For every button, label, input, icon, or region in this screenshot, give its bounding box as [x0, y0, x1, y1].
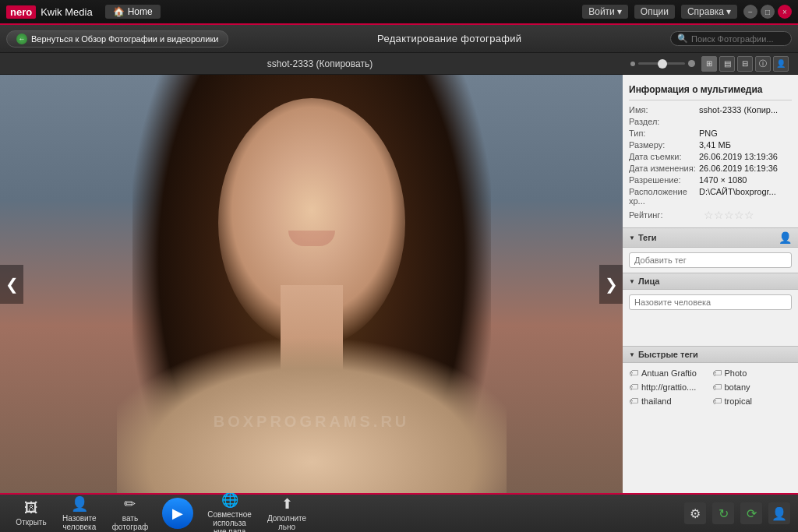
info-modify-label: Дата изменения: [629, 164, 699, 173]
bottom-right-controls: ⚙ ↻ ⟳ 👤 [684, 502, 790, 524]
faces-section-content [623, 290, 798, 315]
tag-label: http://grattio.... [641, 382, 696, 392]
share-button[interactable]: 🌐 Совместное использа ние папа [200, 488, 260, 533]
chevron-down-icon: ▾ [617, 6, 622, 17]
open-button[interactable]: 🖼 Открыть [8, 497, 55, 530]
quick-tags-list: 🏷 Antuan Graftio 🏷 Photo 🏷 http://gratti… [623, 363, 798, 411]
title-bar: nero Kwik Media 🏠 Home Войти ▾ Опции Спр… [0, 0, 798, 25]
photo-area: ❮ BOXPROGRAMS.RU ❯ [0, 75, 623, 493]
tags-section-header: ▼ Теги 👤 [623, 227, 798, 248]
quick-tag-item[interactable]: 🏷 Antuan Graftio [629, 368, 709, 379]
rating-stars[interactable]: ☆☆☆☆☆ [704, 209, 754, 221]
help-menu[interactable]: Справка ▾ [681, 5, 737, 19]
sub-toolbar: sshot-2333 (Копировать) ⊞ ▤ ⊟ ⓘ 👤 [0, 53, 798, 75]
zoom-thumb[interactable] [658, 59, 667, 69]
info-name-value: sshot-2333 (Копир... [699, 105, 792, 115]
tags-input[interactable] [629, 252, 792, 268]
info-section-value [699, 117, 792, 126]
faces-arrow-icon: ▼ [629, 278, 635, 285]
tags-arrow-icon: ▼ [629, 234, 635, 241]
zoom-slider[interactable] [630, 60, 695, 67]
view-info-button[interactable]: ⓘ [755, 56, 771, 72]
info-row-shoot: Дата съемки: 26.06.2019 13:19:36 [629, 152, 792, 161]
title-nav: 🏠 Home [105, 5, 161, 19]
toolbar: ← Вернуться к Обзор Фотографии и видеоро… [0, 25, 798, 53]
sync-button[interactable]: ⟳ [740, 502, 762, 524]
info-modify-value: 26.06.2019 16:19:36 [699, 164, 792, 173]
enhance-button[interactable]: ⬆ Дополните льно [260, 492, 314, 532]
view-grid-button[interactable]: ⊞ [701, 56, 717, 72]
login-menu[interactable]: Войти ▾ [582, 5, 628, 19]
name-person-button[interactable]: 👤 Назовите человека [55, 492, 104, 532]
info-type-label: Тип: [629, 129, 699, 138]
search-input[interactable] [691, 34, 785, 44]
info-type-value: PNG [699, 129, 792, 138]
faces-section-header: ▼ Лица [623, 273, 798, 290]
tag-icon: 🏷 [629, 368, 638, 379]
nero-logo: nero [6, 5, 36, 19]
tag-label: botany [725, 382, 750, 392]
title-controls: Войти ▾ Опции Справка ▾ [582, 5, 737, 19]
main-content: ❮ BOXPROGRAMS.RU ❯ Информация о мультиме… [0, 75, 798, 493]
chevron-down-icon: ▾ [726, 6, 731, 17]
play-button[interactable]: ▶ [162, 498, 193, 529]
tag-label: Antuan Graftio [641, 368, 697, 378]
quick-tag-item[interactable]: 🏷 thailand [629, 396, 709, 407]
photo-icon: ✏ [124, 495, 136, 513]
window-controls: − □ × [743, 5, 792, 19]
faces-input[interactable] [629, 294, 792, 310]
home-button[interactable]: 🏠 Home [105, 5, 161, 19]
view-list-button[interactable]: ▤ [719, 56, 735, 72]
zoom-max-icon [688, 60, 695, 67]
info-location-value: D:\САЙТ\boxprogr... [699, 187, 792, 206]
info-row-type: Тип: PNG [629, 129, 792, 138]
quick-tag-item[interactable]: 🏷 Photo [712, 368, 793, 379]
rating-label: Рейтинг: [629, 210, 699, 220]
refresh-button[interactable]: ↻ [712, 502, 734, 524]
info-row-size: Размеру: 3,41 МБ [629, 140, 792, 150]
info-shoot-value: 26.06.2019 13:19:36 [699, 152, 792, 161]
photo-shoulders [117, 337, 507, 493]
app-logo: nero Kwik Media [6, 5, 93, 19]
tags-title: Теги [638, 233, 657, 242]
search-box[interactable]: 🔍 [670, 31, 792, 46]
info-name-label: Имя: [629, 105, 699, 115]
close-button[interactable]: × [778, 5, 792, 19]
info-section-label: Раздел: [629, 117, 699, 126]
tag-label: Photo [725, 368, 747, 378]
bottom-toolbar: 🖼 Открыть 👤 Назовите человека ✏ вать фот… [0, 493, 798, 532]
quick-tags-arrow-icon: ▼ [629, 351, 635, 358]
view-detail-button[interactable]: ⊟ [737, 56, 753, 72]
quick-tag-item[interactable]: 🏷 tropical [712, 396, 793, 407]
quick-tags-title: Быстрые теги [638, 350, 698, 359]
zoom-min-icon [630, 62, 635, 66]
view-user-button[interactable]: 👤 [773, 56, 789, 72]
info-resolution-value: 1470 × 1080 [699, 175, 792, 185]
back-button[interactable]: ← Вернуться к Обзор Фотографии и видеоро… [6, 30, 228, 48]
tags-section-content [623, 248, 798, 273]
photo-display: BOXPROGRAMS.RU [0, 75, 623, 493]
options-menu[interactable]: Опции [634, 5, 675, 19]
info-row-name: Имя: sshot-2333 (Копир... [629, 105, 792, 115]
quick-tag-item[interactable]: 🏷 http://grattio.... [629, 382, 709, 393]
tags-add-icon[interactable]: 👤 [779, 231, 792, 244]
rating-row: Рейтинг: ☆☆☆☆☆ [629, 209, 792, 221]
share-icon: 🌐 [221, 491, 238, 509]
prev-button[interactable]: ❮ [0, 265, 23, 304]
settings-button[interactable]: ⚙ [684, 502, 706, 524]
info-size-label: Размеру: [629, 140, 699, 150]
view-controls: ⊞ ▤ ⊟ ⓘ 👤 [701, 56, 789, 72]
info-resolution-label: Разрешение: [629, 175, 699, 185]
next-button[interactable]: ❯ [599, 265, 623, 304]
info-size-value: 3,41 МБ [699, 140, 792, 150]
sidebar: Информация о мультимедиа Имя: sshot-2333… [623, 75, 798, 493]
enhance-icon: ⬆ [281, 495, 293, 513]
quick-tag-item[interactable]: 🏷 botany [712, 382, 793, 393]
user-button[interactable]: 👤 [768, 502, 790, 524]
minimize-button[interactable]: − [743, 5, 757, 19]
info-row-section: Раздел: [629, 117, 792, 126]
zoom-track[interactable] [638, 62, 685, 65]
name-photo-button[interactable]: ✏ вать фотограф [104, 492, 157, 532]
maximize-button[interactable]: □ [761, 5, 775, 19]
home-label: Home [128, 6, 153, 17]
